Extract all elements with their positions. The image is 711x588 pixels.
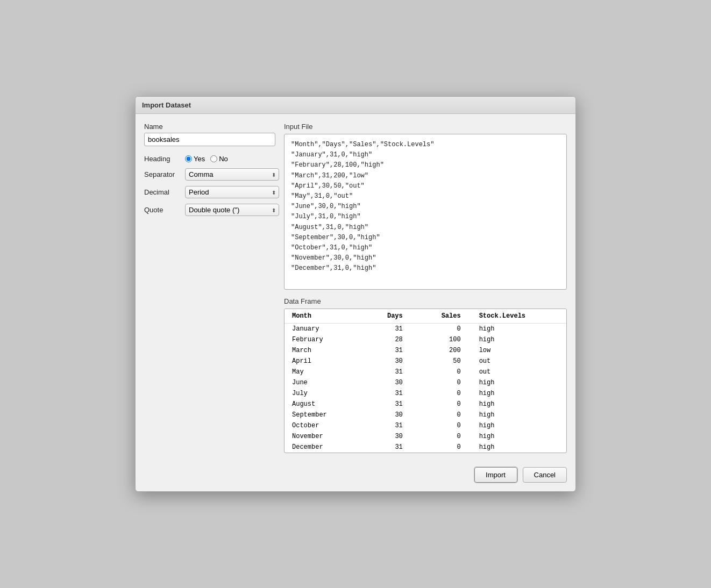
table-cell: 31	[361, 442, 414, 453]
separator-select[interactable]: Comma Semicolon Tab Whitespace Other	[185, 168, 279, 181]
table-row: December310high	[285, 442, 566, 453]
input-file-label: Input File	[284, 123, 567, 131]
decimal-label: Decimal	[144, 188, 185, 196]
table-row: January310high	[285, 324, 566, 335]
cancel-button[interactable]: Cancel	[523, 467, 567, 483]
col-days: Days	[361, 309, 414, 324]
table-cell: July	[285, 388, 361, 399]
table-row: May310out	[285, 367, 566, 377]
heading-yes-option[interactable]: Yes	[185, 155, 205, 163]
quote-select[interactable]: Double quote (") Single quote (') None	[185, 204, 279, 216]
heading-radio-group: Yes No	[185, 155, 228, 163]
import-dataset-dialog: Import Dataset Name Heading Yes No	[135, 96, 576, 492]
table-cell: 100	[414, 334, 472, 345]
data-frame-section: Data Frame Month Days Sales Stock.Levels	[284, 297, 567, 453]
table-cell: 31	[361, 399, 414, 410]
table-row: October310high	[285, 420, 566, 431]
table-cell: October	[285, 420, 361, 431]
table-cell: 30	[361, 410, 414, 420]
data-frame-label: Data Frame	[284, 297, 567, 305]
table-cell: April	[285, 356, 361, 367]
decimal-row: Decimal Period Comma	[144, 186, 275, 198]
table-row: February28100high	[285, 334, 566, 345]
table-cell: 31	[361, 388, 414, 399]
input-file-content: "Month","Days","Sales","Stock.Levels" "J…	[284, 134, 567, 290]
table-cell: high	[472, 334, 566, 345]
table-row: July310high	[285, 388, 566, 399]
table-row: June300high	[285, 377, 566, 388]
table-cell: 0	[414, 388, 472, 399]
heading-no-radio[interactable]	[210, 155, 217, 162]
table-cell: high	[472, 420, 566, 431]
left-panel: Name Heading Yes No Separator	[144, 123, 284, 453]
table-cell: 31	[361, 367, 414, 377]
table-cell: 0	[414, 399, 472, 410]
col-sales: Sales	[414, 309, 472, 324]
name-input[interactable]	[144, 133, 275, 146]
decimal-select[interactable]: Period Comma	[185, 186, 279, 198]
table-cell: low	[472, 345, 566, 356]
dialog-body: Name Heading Yes No Separator	[136, 114, 575, 462]
table-cell: out	[472, 367, 566, 377]
heading-no-option[interactable]: No	[210, 155, 228, 163]
table-cell: high	[472, 410, 566, 420]
separator-select-wrapper: Comma Semicolon Tab Whitespace Other	[185, 168, 279, 181]
table-cell: 0	[414, 377, 472, 388]
table-cell: June	[285, 377, 361, 388]
table-cell: 200	[414, 345, 472, 356]
heading-yes-label: Yes	[194, 155, 205, 163]
table-cell: 50	[414, 356, 472, 367]
heading-yes-radio[interactable]	[185, 155, 192, 162]
table-row: April3050out	[285, 356, 566, 367]
input-file-section: Input File "Month","Days","Sales","Stock…	[284, 123, 567, 290]
table-cell: 0	[414, 431, 472, 442]
table-cell: 0	[414, 420, 472, 431]
table-row: November300high	[285, 431, 566, 442]
separator-row: Separator Comma Semicolon Tab Whitespace…	[144, 168, 275, 181]
table-cell: 0	[414, 442, 472, 453]
table-cell: December	[285, 442, 361, 453]
col-stock: Stock.Levels	[472, 309, 566, 324]
table-cell: high	[472, 377, 566, 388]
table-row: August310high	[285, 399, 566, 410]
dialog-title: Import Dataset	[142, 101, 191, 109]
table-cell: high	[472, 324, 566, 335]
table-cell: 31	[361, 420, 414, 431]
table-cell: January	[285, 324, 361, 335]
name-label: Name	[144, 123, 275, 131]
table-row: September300high	[285, 410, 566, 420]
table-row: March31200low	[285, 345, 566, 356]
quote-row: Quote Double quote (") Single quote (') …	[144, 204, 275, 216]
right-panel: Input File "Month","Days","Sales","Stock…	[284, 123, 567, 453]
heading-no-label: No	[219, 155, 228, 163]
table-cell: 0	[414, 410, 472, 420]
data-frame-box: Month Days Sales Stock.Levels January310…	[284, 309, 567, 453]
table-cell: 30	[361, 377, 414, 388]
table-cell: out	[472, 356, 566, 367]
import-button[interactable]: Import	[474, 467, 517, 483]
table-cell: high	[472, 388, 566, 399]
table-cell: 0	[414, 367, 472, 377]
dialog-titlebar: Import Dataset	[136, 97, 575, 114]
table-cell: high	[472, 442, 566, 453]
table-cell: 0	[414, 324, 472, 335]
quote-select-wrapper: Double quote (") Single quote (') None	[185, 204, 279, 216]
table-cell: 31	[361, 324, 414, 335]
table-header-row: Month Days Sales Stock.Levels	[285, 309, 566, 324]
table-cell: high	[472, 431, 566, 442]
heading-label: Heading	[144, 155, 185, 163]
dialog-footer: Import Cancel	[136, 462, 575, 491]
col-month: Month	[285, 309, 361, 324]
table-cell: 28	[361, 334, 414, 345]
heading-row: Heading Yes No	[144, 155, 275, 163]
table-cell: September	[285, 410, 361, 420]
table-cell: February	[285, 334, 361, 345]
table-cell: 30	[361, 431, 414, 442]
table-cell: May	[285, 367, 361, 377]
table-cell: March	[285, 345, 361, 356]
data-frame-table: Month Days Sales Stock.Levels January310…	[285, 309, 566, 453]
table-cell: November	[285, 431, 361, 442]
table-cell: 30	[361, 356, 414, 367]
table-cell: high	[472, 399, 566, 410]
decimal-select-wrapper: Period Comma	[185, 186, 279, 198]
